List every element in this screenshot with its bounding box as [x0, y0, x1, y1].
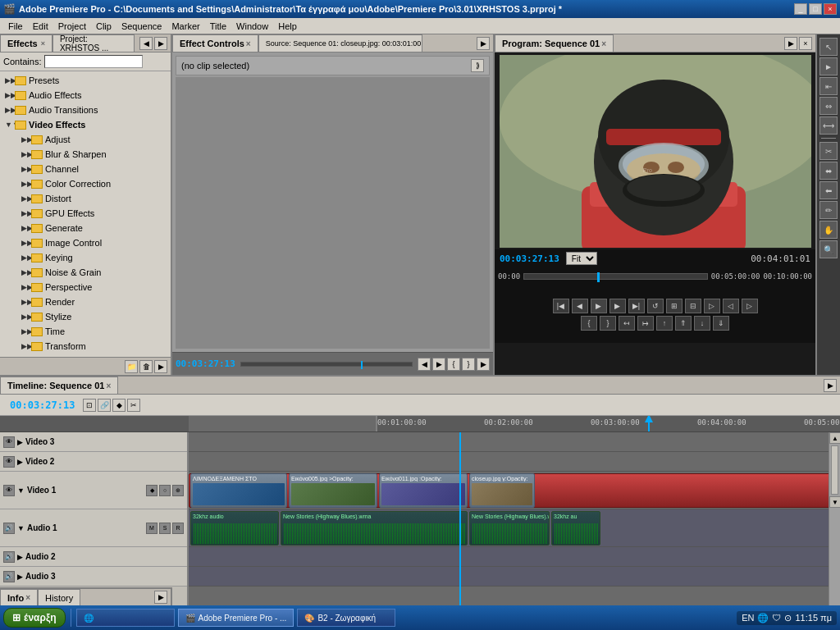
- tab-program[interactable]: Program: Sequence 01 ×: [495, 34, 614, 52]
- track-video1-expand[interactable]: ▼: [17, 486, 25, 495]
- track-audio3-speaker[interactable]: 🔊: [3, 571, 15, 582]
- ctrl-step-forward[interactable]: ▶: [609, 299, 626, 313]
- fit-selector[interactable]: Fit: [566, 252, 597, 265]
- ctrl-next-frame[interactable]: ▷: [742, 299, 758, 313]
- tree-noise-grain[interactable]: ▶ Noise & Grain: [18, 265, 169, 280]
- taskbar-item-browser[interactable]: 🌐: [76, 609, 175, 627]
- tool-razor[interactable]: ✂: [819, 142, 838, 160]
- tl-btn-razor[interactable]: ✂: [127, 399, 140, 412]
- tree-audio-effects[interactable]: ▶ Audio Effects: [2, 88, 169, 103]
- menu-project[interactable]: Project: [53, 20, 91, 33]
- ctrl-loop[interactable]: ↺: [647, 299, 664, 313]
- tree-perspective[interactable]: ▶ Perspective: [18, 280, 169, 294]
- tree-channel[interactable]: ▶ Channel: [18, 162, 169, 176]
- program-scrub-bar[interactable]: 00:00 00:05:00:00 00:10:00:00: [495, 267, 815, 285]
- search-input[interactable]: [44, 55, 143, 68]
- taskbar-item-premiere[interactable]: 🎬 Adobe Premiere Pro - ...: [178, 609, 294, 627]
- video-clip-2[interactable]: Εικόνα005.jpg >Opacity:: [289, 473, 377, 508]
- track-vscroll[interactable]: ▲ ▼: [829, 432, 840, 619]
- tool-zoom[interactable]: 🔍: [819, 240, 838, 258]
- panel-menu-button[interactable]: ◀: [139, 37, 153, 50]
- ctrl-insert[interactable]: ↓: [694, 316, 710, 331]
- tree-distort[interactable]: ▶ Distort: [18, 191, 169, 206]
- tab-effect-controls[interactable]: Effect Controls ×: [172, 34, 258, 52]
- vscroll-thumb[interactable]: [831, 445, 838, 495]
- ctrl-lift[interactable]: ↑: [656, 316, 673, 331]
- ctrl-render-prev[interactable]: ▷: [704, 299, 720, 313]
- tool-pen[interactable]: ✏: [819, 201, 838, 219]
- ctrl-step-forward-many[interactable]: ▶|: [628, 299, 645, 313]
- menu-file[interactable]: File: [3, 20, 28, 33]
- tree-render[interactable]: ▶ Render: [18, 294, 169, 309]
- tl-btn-markers[interactable]: ◆: [112, 399, 126, 412]
- video-clip-4[interactable]: closeup.jpg y:Opacity:: [469, 473, 535, 508]
- track-audio3-expand[interactable]: ▶: [17, 573, 23, 581]
- menu-title[interactable]: Title: [205, 20, 231, 33]
- track-video3-expand[interactable]: ▶: [17, 438, 23, 446]
- ctrl-extract[interactable]: ⇑: [675, 316, 692, 331]
- video-clip-1[interactable]: ΛΙΜΝΟΔΕΞΑΜΕΝΗ ΣΤΟ: [190, 473, 287, 508]
- new-bin-button[interactable]: 📁: [125, 360, 138, 373]
- tab-effect-controls-close[interactable]: ×: [246, 39, 251, 48]
- taskbar-item-paint[interactable]: 🎨 B2 - Ζωγραφική: [297, 609, 395, 627]
- ec-btn-mark-out[interactable]: }: [462, 358, 475, 371]
- tree-video-effects[interactable]: ▼ Video Effects: [2, 117, 169, 132]
- start-button[interactable]: ⊞ έναρξη: [3, 608, 66, 628]
- info-panel-menu[interactable]: ▶: [154, 591, 167, 604]
- middle-panel-menu[interactable]: ▶: [477, 37, 490, 50]
- audio-clip-2[interactable]: New Stories (Highway Blues).wma: [281, 511, 468, 546]
- tool-select[interactable]: ↖: [819, 38, 838, 56]
- tab-source[interactable]: Source: Sequence 01: closeup.jpg: 00:03:…: [258, 34, 422, 52]
- tree-generate[interactable]: ▶ Generate: [18, 221, 169, 235]
- ec-btn-next[interactable]: ▶: [432, 358, 445, 371]
- ctrl-play-stop[interactable]: ▶: [591, 299, 607, 313]
- timeline-panel-menu[interactable]: ▶: [824, 379, 837, 392]
- tab-info[interactable]: Info ×: [0, 589, 38, 605]
- ctrl-overwrite[interactable]: ⇓: [713, 316, 729, 331]
- track-audio2-expand[interactable]: ▶: [17, 553, 23, 561]
- menu-window[interactable]: Window: [231, 20, 273, 33]
- minimize-button[interactable]: _: [794, 3, 807, 15]
- ctrl-output[interactable]: ⊟: [685, 299, 701, 313]
- track-audio1-vol[interactable]: R: [172, 523, 184, 534]
- close-button[interactable]: ×: [824, 3, 837, 15]
- audio-clip-3[interactable]: New Stories (Highway Blues).wma: [469, 511, 550, 546]
- tab-effects-close[interactable]: ×: [41, 39, 45, 48]
- track-video1-motion-btn[interactable]: ⊕: [172, 485, 184, 496]
- video-clip-3[interactable]: Εικόνα011.jpg :Opacity:: [379, 473, 468, 508]
- track-audio1-mute[interactable]: M: [146, 523, 158, 534]
- tree-time[interactable]: ▶ Time: [18, 324, 169, 339]
- tree-color-correction[interactable]: ▶ Color Correction: [18, 176, 169, 191]
- ec-btn-play[interactable]: ▶: [477, 358, 490, 371]
- program-panel-menu[interactable]: ▶: [784, 37, 797, 50]
- tab-timeline[interactable]: Timeline: Sequence 01 ×: [0, 377, 118, 394]
- menu-clip[interactable]: Clip: [91, 20, 116, 33]
- tree-gpu-effects[interactable]: ▶ GPU Effects: [18, 206, 169, 221]
- program-panel-close2[interactable]: ×: [799, 37, 812, 50]
- track-video3-eye[interactable]: 👁: [3, 436, 15, 448]
- tool-track-select[interactable]: ►: [819, 57, 838, 75]
- tool-slide[interactable]: ⬅: [819, 181, 838, 199]
- tree-image-control[interactable]: ▶ Image Control: [18, 235, 169, 250]
- tab-effects[interactable]: Effects ×: [0, 34, 52, 52]
- vscroll-down-arrow[interactable]: ▼: [829, 496, 840, 508]
- audio-clip-1[interactable]: 32khz audio: [190, 511, 279, 546]
- tree-blur-sharpen[interactable]: ▶ Blur & Sharpen: [18, 147, 169, 162]
- menu-edit[interactable]: Edit: [28, 20, 53, 33]
- tab-history[interactable]: History: [38, 589, 80, 605]
- track-audio1-speaker[interactable]: 🔊: [3, 523, 15, 534]
- panel-options-button[interactable]: ▶: [154, 360, 167, 373]
- ctrl-step-back[interactable]: ◀: [572, 299, 588, 313]
- tree-presets[interactable]: ▶ Presets: [2, 73, 169, 88]
- tab-project[interactable]: Project: XRHSTOS ...: [52, 34, 135, 52]
- track-video1-opacity-btn[interactable]: ○: [159, 485, 171, 496]
- tree-stylize[interactable]: ▶ Stylize: [18, 309, 169, 324]
- tool-slip[interactable]: ⬌: [819, 162, 838, 180]
- tl-btn-snap[interactable]: ⊡: [83, 399, 96, 412]
- tree-keying[interactable]: ▶ Keying: [18, 250, 169, 265]
- tab-program-close[interactable]: ×: [601, 39, 606, 48]
- maximize-button[interactable]: □: [809, 3, 822, 15]
- track-video2-eye[interactable]: 👁: [3, 456, 15, 468]
- ctrl-go-in[interactable]: ↤: [619, 316, 635, 331]
- tool-rolling-edit[interactable]: ⇔: [819, 97, 838, 115]
